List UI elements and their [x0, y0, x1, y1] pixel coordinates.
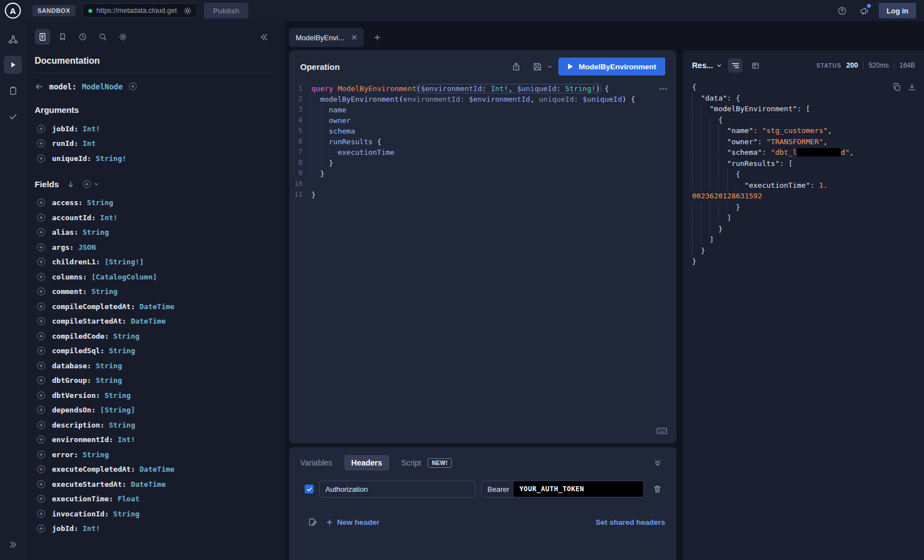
- close-tab-icon[interactable]: ✕: [351, 34, 358, 41]
- field-type[interactable]: String: [109, 510, 140, 518]
- auth-token-value[interactable]: YOUR_AUTH_TOKEN: [514, 481, 643, 497]
- add-field-circle-icon[interactable]: [37, 450, 45, 459]
- new-header-button[interactable]: New header: [326, 518, 380, 526]
- add-field-circle-icon[interactable]: [37, 435, 45, 444]
- field-name[interactable]: uniqueId:: [52, 154, 91, 163]
- field-name[interactable]: executeCompletedAt:: [52, 465, 135, 473]
- field-type[interactable]: [String!]: [100, 258, 144, 266]
- field-type[interactable]: JSON: [74, 243, 96, 251]
- field-type[interactable]: Int!: [78, 125, 100, 133]
- field-name[interactable]: description:: [52, 421, 105, 429]
- field-name[interactable]: executionTime:: [52, 495, 113, 503]
- field-item[interactable]: args: JSON: [35, 240, 272, 255]
- field-item[interactable]: dbtGroup: String: [35, 373, 272, 388]
- field-item[interactable]: compiledSql: String: [35, 344, 272, 359]
- tab-modelbyenvironment[interactable]: ModelByEnvi... ✕: [289, 28, 364, 47]
- query-editor[interactable]: 1query ModelByEnvironment($environmentId…: [289, 83, 676, 443]
- add-field-circle-icon[interactable]: [37, 376, 45, 385]
- field-item[interactable]: dbtVersion: String: [35, 388, 272, 403]
- add-field-circle-icon[interactable]: [37, 465, 45, 473]
- add-field-circle-icon[interactable]: [37, 406, 45, 414]
- field-type[interactable]: String: [83, 198, 113, 207]
- field-item[interactable]: accountId: Int!: [35, 210, 272, 225]
- field-item[interactable]: database: String: [35, 358, 272, 373]
- add-field-circle-icon[interactable]: [37, 421, 45, 429]
- field-type[interactable]: Int!: [78, 524, 100, 533]
- field-name[interactable]: jobId:: [52, 125, 78, 133]
- add-field-circle-icon[interactable]: [37, 258, 45, 266]
- field-name[interactable]: error:: [52, 450, 78, 459]
- copy-response-icon[interactable]: [893, 83, 901, 91]
- field-name[interactable]: alias:: [52, 228, 78, 236]
- expand-rail-icon[interactable]: [4, 535, 22, 553]
- delete-header-trash-icon[interactable]: [650, 481, 665, 497]
- field-type[interactable]: [CatalogColumn]: [87, 273, 157, 281]
- add-field-circle-icon[interactable]: [37, 317, 45, 325]
- field-name[interactable]: args:: [52, 243, 74, 251]
- add-field-circle-icon[interactable]: [37, 243, 45, 251]
- field-name[interactable]: database:: [52, 362, 91, 370]
- apollo-logo[interactable]: A: [0, 2, 26, 20]
- field-type[interactable]: String: [100, 391, 131, 400]
- tree-view-icon[interactable]: [728, 58, 742, 73]
- field-name[interactable]: environmentId:: [52, 435, 113, 444]
- field-item[interactable]: error: String: [35, 447, 272, 462]
- field-name[interactable]: compileStartedAt:: [52, 317, 126, 325]
- explorer-play-icon[interactable]: [4, 56, 22, 74]
- field-type[interactable]: DateTime: [126, 480, 165, 488]
- add-field-circle-icon[interactable]: [37, 139, 45, 148]
- publish-button[interactable]: Publish: [204, 3, 248, 18]
- field-item[interactable]: childrenL1: [String!]: [35, 255, 272, 270]
- field-name[interactable]: compiledSql:: [52, 347, 105, 355]
- save-caret-icon[interactable]: [547, 64, 553, 70]
- add-field-circle-icon[interactable]: [37, 524, 45, 533]
- field-type[interactable]: String: [91, 376, 122, 385]
- field-item[interactable]: environmentId: Int!: [35, 433, 272, 448]
- endpoint-url[interactable]: https://metadata.cloud.get: [97, 7, 177, 15]
- field-item[interactable]: access: String: [35, 196, 272, 211]
- add-field-circle-icon[interactable]: [37, 362, 45, 370]
- field-type[interactable]: Int!: [96, 213, 117, 222]
- endpoint-url-bar[interactable]: https://metadata.cloud.get: [82, 3, 198, 18]
- sort-fields-icon[interactable]: [67, 180, 75, 188]
- collapse-panel-icon[interactable]: [650, 455, 665, 471]
- field-item[interactable]: comment: String: [35, 284, 272, 300]
- field-item[interactable]: executionTime: Float: [35, 492, 272, 507]
- field-name[interactable]: dependsOn:: [52, 406, 96, 414]
- field-item[interactable]: executeStartedAt: DateTime: [35, 477, 272, 492]
- docs-icon[interactable]: [35, 29, 50, 45]
- docs-settings-gear-icon[interactable]: [115, 29, 131, 45]
- field-name[interactable]: invocationId:: [52, 510, 109, 518]
- field-type[interactable]: String: [78, 450, 109, 459]
- field-type[interactable]: String: [109, 332, 140, 340]
- table-view-icon[interactable]: [748, 58, 762, 73]
- field-name[interactable]: accountId:: [52, 213, 96, 222]
- add-field-circle-icon[interactable]: [37, 154, 45, 163]
- header-enabled-checkbox[interactable]: [305, 485, 314, 493]
- edit-headers-doc-icon[interactable]: [305, 514, 320, 530]
- add-type-circle-icon[interactable]: [129, 82, 137, 91]
- set-shared-headers-button[interactable]: Set shared headers: [595, 518, 665, 526]
- add-field-circle-icon[interactable]: [37, 213, 45, 222]
- add-field-circle-icon[interactable]: [37, 495, 45, 503]
- add-field-circle-icon[interactable]: [37, 332, 45, 340]
- add-field-circle-icon[interactable]: [37, 287, 45, 296]
- field-name[interactable]: dbtVersion:: [52, 391, 100, 400]
- collapse-docs-icon[interactable]: [256, 29, 272, 45]
- field-item[interactable]: compiledCode: String: [35, 329, 272, 344]
- field-item[interactable]: jobId: Int!: [35, 121, 272, 136]
- field-type[interactable]: DateTime: [135, 465, 174, 473]
- field-type[interactable]: String: [91, 362, 122, 370]
- field-item[interactable]: alias: String: [35, 225, 272, 240]
- field-item[interactable]: executeCompletedAt: DateTime: [35, 462, 272, 477]
- field-type[interactable]: String: [87, 287, 118, 296]
- field-type[interactable]: [String]: [96, 406, 135, 414]
- graph-icon[interactable]: [4, 30, 22, 48]
- add-all-fields-icon[interactable]: [83, 180, 99, 188]
- field-name[interactable]: columns:: [52, 273, 87, 281]
- field-item[interactable]: invocationId: String: [35, 506, 272, 521]
- field-name[interactable]: runId:: [52, 139, 78, 148]
- header-value-field[interactable]: Bearer YOUR_AUTH_TOKEN: [481, 481, 644, 497]
- field-type[interactable]: DateTime: [126, 317, 165, 325]
- editor-menu-ellipsis-icon[interactable]: [658, 84, 667, 93]
